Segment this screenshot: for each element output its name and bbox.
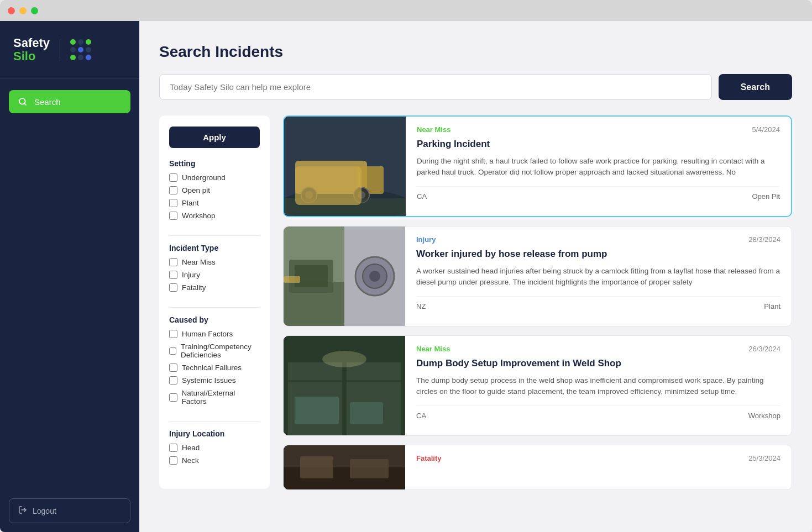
checkbox-natural[interactable]	[169, 393, 177, 402]
svg-rect-33	[300, 456, 333, 478]
filter-section-injury-location: Injury Location Head Neck	[169, 429, 260, 469]
incident-date-2: 28/3/2024	[748, 235, 780, 244]
checkbox-fatality[interactable]	[169, 283, 177, 292]
svg-point-10	[358, 191, 365, 199]
checkbox-openpit[interactable]	[169, 186, 177, 194]
incident-type-4: Fatality	[416, 454, 442, 462]
sidebar-item-label-search: Search	[34, 97, 61, 107]
filter-divider-2	[169, 307, 260, 308]
filter-option-openpit[interactable]: Open pit	[169, 186, 260, 194]
filter-option-systemic[interactable]: Systemic Issues	[169, 376, 260, 384]
filter-section-incident-type: Incident Type Near Miss Injury Fatality	[169, 244, 260, 296]
dot-8	[78, 55, 83, 60]
filter-section-setting: Setting Underground Open pit Plant	[169, 159, 260, 224]
filter-option-fatality[interactable]: Fatality	[169, 283, 260, 292]
card-meta-3: Near Miss 26/3/2024	[416, 345, 780, 353]
filter-option-natural[interactable]: Natural/External Factors	[169, 389, 260, 405]
sidebar: Safety Silo	[0, 21, 139, 532]
filter-option-neck[interactable]: Neck	[169, 456, 260, 465]
logo-dots	[70, 39, 91, 60]
svg-rect-23	[284, 358, 288, 435]
label-neck: Neck	[182, 456, 199, 465]
checkbox-systemic[interactable]	[169, 376, 177, 384]
card-body-2: Injury 28/3/2024 Worker injured by hose …	[405, 227, 792, 326]
label-injury: Injury	[182, 271, 200, 279]
svg-rect-5	[295, 161, 367, 194]
close-button[interactable]	[8, 7, 15, 14]
minimize-button[interactable]	[19, 7, 27, 14]
checkbox-technical[interactable]	[169, 364, 177, 372]
incident-date-1: 5/4/2024	[752, 125, 780, 134]
checkbox-head[interactable]	[169, 444, 177, 452]
card-title-1: Parking Incident	[417, 138, 780, 150]
sidebar-item-search[interactable]: Search	[9, 90, 130, 113]
card-setting-2: Plant	[764, 302, 780, 310]
card-location-1: CA	[417, 192, 427, 201]
label-systemic: Systemic Issues	[182, 376, 236, 384]
filter-option-workshop[interactable]: Workshop	[169, 212, 260, 220]
card-body-3: Near Miss 26/3/2024 Dump Body Setup Impr…	[405, 336, 792, 435]
results-list: Near Miss 5/4/2024 Parking Incident Duri…	[283, 115, 792, 490]
image-weld	[284, 336, 405, 435]
card-image-fatality	[284, 445, 405, 489]
card-footer-2: NZ Plant	[416, 296, 780, 310]
card-image-hose	[284, 227, 405, 326]
incident-type-2: Injury	[416, 235, 436, 244]
incident-card-2[interactable]: Injury 28/3/2024 Worker injured by hose …	[283, 226, 792, 326]
svg-point-30	[322, 351, 366, 367]
dot-9	[86, 55, 91, 60]
dot-5	[78, 47, 83, 52]
checkbox-workshop[interactable]	[169, 212, 177, 220]
incident-card-1[interactable]: Near Miss 5/4/2024 Parking Incident Duri…	[283, 115, 792, 217]
search-bar: Search	[159, 74, 792, 100]
card-image-parking	[284, 117, 406, 216]
filter-option-injury[interactable]: Injury	[169, 271, 260, 279]
filter-option-plant[interactable]: Plant	[169, 199, 260, 207]
logout-button[interactable]: Logout	[9, 498, 130, 523]
card-body-1: Near Miss 5/4/2024 Parking Incident Duri…	[406, 117, 791, 216]
filter-option-training[interactable]: Training/Competency Deficiencies	[169, 343, 260, 359]
checkbox-neck[interactable]	[169, 456, 177, 465]
checkbox-nearmiss[interactable]	[169, 258, 177, 266]
logo-divider	[60, 39, 60, 61]
incident-card-3[interactable]: Near Miss 26/3/2024 Dump Body Setup Impr…	[283, 335, 792, 436]
label-workshop: Workshop	[182, 212, 216, 220]
filter-option-nearmiss[interactable]: Near Miss	[169, 258, 260, 266]
svg-rect-15	[295, 265, 328, 287]
checkbox-human-factors[interactable]	[169, 330, 177, 338]
maximize-button[interactable]	[31, 7, 38, 14]
filter-option-underground[interactable]: Underground	[169, 173, 260, 182]
image-hose	[284, 227, 405, 326]
incident-date-4: 25/3/2024	[748, 454, 780, 462]
svg-point-7	[301, 187, 317, 203]
filter-option-human-factors[interactable]: Human Factors	[169, 330, 260, 338]
card-meta-4: Fatality 25/3/2024	[416, 454, 780, 462]
filter-divider-3	[169, 421, 260, 422]
checkbox-injury[interactable]	[169, 271, 177, 279]
logout-icon	[18, 505, 27, 516]
card-footer-1: CA Open Pit	[417, 186, 780, 201]
label-underground: Underground	[182, 173, 226, 182]
incident-card-4[interactable]: Fatality 25/3/2024	[283, 445, 792, 490]
incident-date-3: 26/3/2024	[748, 345, 780, 353]
search-button[interactable]: Search	[719, 74, 792, 100]
logo-safety: Safety	[13, 36, 50, 50]
svg-rect-25	[401, 358, 405, 435]
checkbox-training[interactable]	[169, 347, 176, 355]
checkbox-plant[interactable]	[169, 199, 177, 207]
filter-option-technical[interactable]: Technical Failures	[169, 364, 260, 372]
filter-option-head[interactable]: Head	[169, 444, 260, 452]
apply-button[interactable]: Apply	[169, 127, 260, 148]
search-icon	[18, 97, 28, 107]
card-description-2: A worker sustained head injuries after b…	[416, 266, 780, 288]
checkbox-underground[interactable]	[169, 173, 177, 182]
card-footer-3: CA Workshop	[416, 405, 780, 420]
card-location-2: NZ	[416, 302, 426, 310]
svg-rect-29	[350, 402, 383, 424]
filter-title-caused-by: Caused by	[169, 315, 260, 324]
card-meta-2: Injury 28/3/2024	[416, 235, 780, 244]
search-input[interactable]	[159, 74, 712, 100]
image-fatality	[284, 445, 405, 489]
filter-title-setting: Setting	[169, 159, 260, 168]
filter-section-caused-by: Caused by Human Factors Training/Compete…	[169, 315, 260, 410]
